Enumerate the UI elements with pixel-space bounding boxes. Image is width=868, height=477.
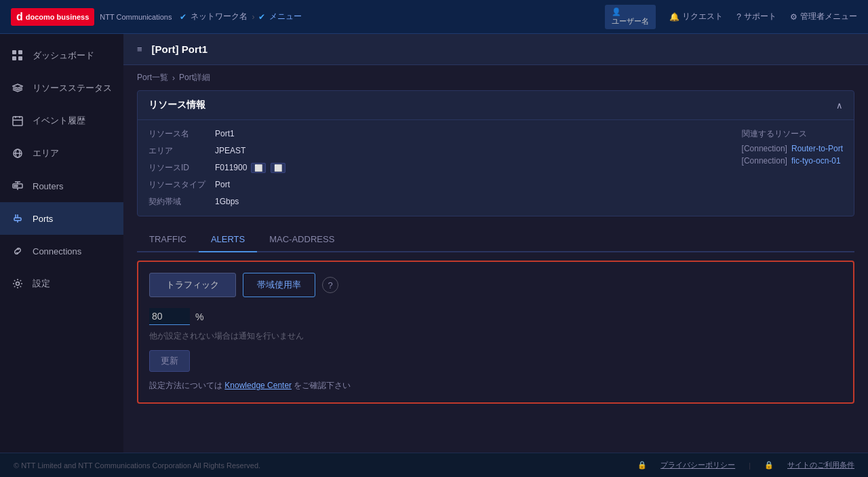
breadcrumb-separator: › [252, 12, 254, 22]
related-row-1: [Connection] Router-to-Port [742, 144, 843, 153]
ntt-logo: NTT Communications [100, 13, 172, 21]
threshold-row: % [149, 308, 842, 325]
check-icon: ✔ [180, 12, 186, 22]
request-link[interactable]: 🔔 リクエスト [669, 11, 723, 22]
sidebar-item-settings[interactable]: 設定 [0, 267, 123, 300]
globe-icon [11, 147, 24, 160]
update-button[interactable]: 更新 [149, 350, 190, 372]
question-icon: ? [736, 12, 741, 22]
page-header: ≡ [Port] Port1 [123, 34, 868, 65]
support-link[interactable]: ? サポート [736, 11, 776, 22]
tabs-section: TRAFFIC ALERTS MAC-ADDRESS トラフィック 帯域使用率 … [137, 227, 854, 404]
bell-icon: 🔔 [669, 12, 679, 22]
resource-id-row: リソースID F011900 ⬜ ⬜ [149, 162, 287, 174]
resource-area-row: エリア JPEAST [149, 145, 287, 157]
threshold-input[interactable] [149, 308, 190, 325]
resource-body: リソース名 Port1 エリア JPEAST リソースID F011900 ⬜ … [138, 120, 854, 216]
svg-rect-3 [18, 56, 22, 60]
related-badge-1: [Connection] [742, 144, 787, 153]
related-link-1[interactable]: Router-to-Port [791, 144, 843, 153]
tab-traffic[interactable]: TRAFFIC [137, 227, 199, 252]
sidebar-item-connections[interactable]: Connections [0, 235, 123, 267]
name-label: リソース名 [149, 128, 210, 140]
bandwidth-button[interactable]: 帯域使用率 [243, 273, 315, 297]
sidebar-item-resource-status[interactable]: リソースステータス [0, 72, 123, 104]
resource-name-row: リソース名 Port1 [149, 128, 287, 140]
tab-alerts[interactable]: ALERTS [199, 227, 257, 252]
sidebar-item-label: Connections [33, 246, 81, 256]
topbar-breadcrumb: ✔ ネットワーク名 › ✔ メニュー [180, 11, 302, 22]
footer-links: 🔒 プライバシーポリシー | 🔒 サイトのご利用条件 [637, 460, 854, 470]
related-link-2[interactable]: fic-tyo-ocn-01 [791, 156, 841, 166]
id-badge-1: ⬜ [251, 163, 266, 173]
related-badge-2: [Connection] [742, 156, 787, 166]
main-layout: ダッシュボード リソースステータス イベント履歴 エリア Routers [0, 34, 868, 477]
id-value: F011900 ⬜ ⬜ [215, 163, 287, 172]
area-label: エリア [149, 145, 210, 157]
breadcrumb-back-link[interactable]: Port一覧 [137, 72, 168, 83]
page-title: [Port] Port1 [152, 43, 208, 55]
gear-icon: ⚙ [790, 12, 797, 22]
related-row-2: [Connection] fic-tyo-ocn-01 [742, 156, 843, 166]
user-badge: 👤 ユーザー名 [605, 5, 656, 29]
copyright-text: © NTT Limited and NTT Communications Cor… [14, 461, 260, 470]
main-content: ≡ [Port] Port1 Port一覧 › Port詳細 リソース情報 ∧ … [123, 34, 868, 477]
admin-menu-link[interactable]: ⚙ 管理者メニュー [790, 11, 857, 22]
router-icon [11, 179, 24, 193]
hint-text: 他が設定されない場合は通知を行いません [149, 330, 842, 342]
svg-rect-17 [14, 218, 21, 221]
docomo-logo: d docomo business [11, 8, 94, 26]
logo-text: docomo business [26, 13, 90, 21]
sidebar-item-label: エリア [33, 147, 59, 159]
topbar-left: d docomo business NTT Communications ✔ ネ… [11, 8, 302, 26]
collapse-icon[interactable]: ∧ [836, 100, 843, 111]
sidebar-item-label: Routers [33, 181, 64, 191]
layers-icon [11, 81, 24, 95]
menu-check-icon: ✔ [258, 12, 265, 22]
footer-terms-icon: 🔒 [764, 461, 774, 470]
knowledge-center-link[interactable]: Knowledge Center [224, 381, 292, 390]
sidebar-item-label: Ports [33, 214, 53, 224]
sidebar-item-routers[interactable]: Routers [0, 170, 123, 202]
topbar: d docomo business NTT Communications ✔ ネ… [0, 0, 868, 34]
resource-related: 関連するリソース [Connection] Router-to-Port [Co… [742, 128, 843, 208]
plug-icon [11, 212, 24, 225]
breadcrumb-current: Port詳細 [179, 72, 210, 83]
sidebar-item-label: ダッシュボード [33, 50, 94, 62]
resource-header: リソース情報 ∧ [138, 91, 854, 120]
privacy-link[interactable]: プライバシーポリシー [660, 460, 735, 470]
id-label: リソースID [149, 162, 210, 174]
sidebar-item-label: イベント履歴 [33, 115, 85, 127]
alerts-box: トラフィック 帯域使用率 ? % 他が設定されない場合は通知を行いません 更新 … [137, 261, 854, 404]
calendar-icon [11, 114, 24, 128]
svg-point-12 [14, 185, 16, 187]
tab-mac-address[interactable]: MAC-ADDRESS [257, 227, 347, 252]
traffic-button[interactable]: トラフィック [149, 273, 236, 297]
type-value: Port [215, 180, 230, 189]
resource-bandwidth-row: 契約帯域 1Gbps [149, 196, 287, 208]
sidebar-item-area[interactable]: エリア [0, 137, 123, 170]
area-value: JPEAST [215, 146, 245, 155]
topbar-right: 👤 ユーザー名 🔔 リクエスト ? サポート ⚙ 管理者メニュー [605, 5, 857, 29]
sidebar-item-label: 設定 [33, 278, 50, 290]
id-badge-2: ⬜ [271, 163, 285, 173]
alert-buttons: トラフィック 帯域使用率 ? [149, 273, 842, 297]
sidebar-item-ports[interactable]: Ports [0, 202, 123, 235]
sidebar-item-event-history[interactable]: イベント履歴 [0, 104, 123, 137]
help-icon[interactable]: ? [322, 277, 338, 293]
footer: © NTT Limited and NTT Communications Cor… [0, 453, 868, 477]
svg-point-13 [16, 185, 18, 187]
svg-point-19 [16, 282, 20, 286]
sidebar-item-dashboard[interactable]: ダッシュボード [0, 39, 123, 72]
footer-sep: | [749, 461, 751, 470]
percent-label: % [195, 311, 203, 322]
tabs-bar: TRAFFIC ALERTS MAC-ADDRESS [137, 227, 854, 252]
bandwidth-value: 1Gbps [215, 197, 239, 206]
main-breadcrumb: Port一覧 › Port詳細 [123, 65, 868, 90]
menu-label: メニュー [269, 11, 302, 22]
terms-link[interactable]: サイトのご利用条件 [787, 460, 854, 470]
resource-title: リソース情報 [149, 99, 205, 111]
resource-type-row: リソースタイプ Port [149, 179, 287, 191]
resource-section: リソース情報 ∧ リソース名 Port1 エリア JPEAST リソースID [137, 90, 854, 216]
settings-icon [11, 277, 24, 290]
